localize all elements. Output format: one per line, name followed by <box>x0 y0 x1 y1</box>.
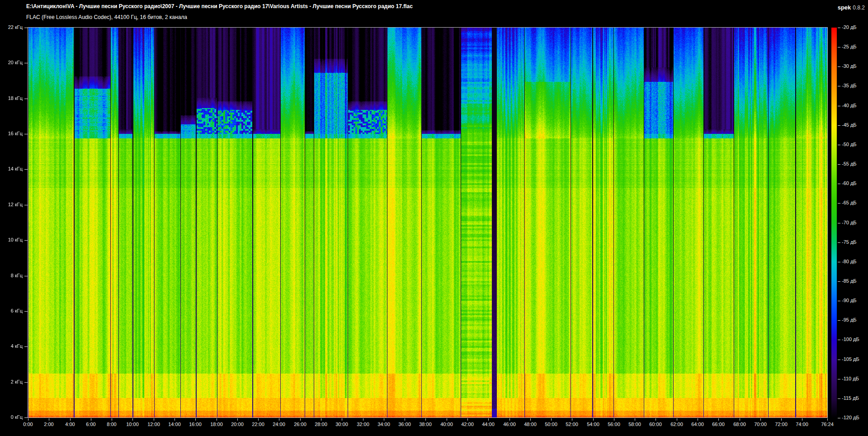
legend-tick-label: -20 дБ <box>842 24 857 30</box>
time-tick-mark <box>614 418 614 421</box>
legend-tick-mark <box>838 66 840 67</box>
freq-tick-label: 10 кГц <box>0 237 23 242</box>
time-tick-mark <box>593 418 594 421</box>
time-tick-mark <box>677 418 677 421</box>
legend-tick-mark <box>838 86 840 86</box>
time-tick-mark <box>802 418 802 421</box>
legend-tick-label: -105 дБ <box>842 356 859 362</box>
freq-tick-label: 12 кГц <box>0 202 23 207</box>
legend-tick-label: -120 дБ <box>842 415 859 420</box>
freq-tick-mark <box>24 276 28 276</box>
freq-tick-label: 20 кГц <box>0 60 23 65</box>
legend-tick-mark <box>838 164 840 165</box>
time-tick-mark <box>237 418 238 421</box>
legend-tick-label: -35 дБ <box>842 83 857 88</box>
legend-tick-mark <box>838 223 840 223</box>
time-tick-mark <box>572 418 572 421</box>
freq-tick-mark <box>24 134 28 134</box>
time-tick-mark <box>827 418 828 421</box>
time-tick-mark <box>718 418 719 421</box>
time-tick-mark <box>363 418 363 421</box>
spek-window: E:\Антициклон\VA - Лучшие песни Русского… <box>0 0 868 436</box>
time-tick-mark <box>300 418 301 421</box>
freq-tick-label: 16 кГц <box>0 131 23 136</box>
time-tick-mark <box>342 418 342 421</box>
legend-tick-mark <box>838 320 840 321</box>
time-tick-mark <box>384 418 384 421</box>
time-tick-mark <box>91 418 91 421</box>
freq-tick-label: 18 кГц <box>0 95 23 101</box>
legend-tick-mark <box>838 262 840 262</box>
legend-tick-label: -115 дБ <box>842 395 859 401</box>
time-tick-mark <box>154 418 154 421</box>
legend-tick-label: -110 дБ <box>842 376 859 381</box>
freq-tick-label: 6 кГц <box>0 308 23 313</box>
legend-tick-mark <box>838 145 840 145</box>
time-tick-mark <box>217 418 217 421</box>
freq-tick-mark <box>24 240 28 241</box>
legend-tick-label: -90 дБ <box>842 298 857 303</box>
legend-tick-mark <box>838 203 840 204</box>
legend-tick-label: -40 дБ <box>842 103 857 108</box>
freq-tick-label: 8 кГц <box>0 273 23 278</box>
app-name: spek <box>838 4 851 11</box>
freq-tick-label: 4 кГц <box>0 343 23 349</box>
time-tick-mark <box>132 418 133 421</box>
time-tick-mark <box>467 418 468 421</box>
file-path: E:\Антициклон\VA - Лучшие песни Русского… <box>26 3 413 9</box>
legend-tick-mark <box>838 418 840 418</box>
legend-tick-label: -70 дБ <box>842 220 857 225</box>
freq-tick-mark <box>24 205 28 205</box>
freq-tick-mark <box>24 346 28 347</box>
time-tick-mark <box>488 418 489 421</box>
freq-tick-mark <box>24 417 28 418</box>
time-tick-mark <box>49 418 49 421</box>
spectrogram-canvas <box>28 28 827 417</box>
time-tick-label: 76:24 <box>815 422 840 427</box>
legend-color-bar <box>831 28 837 418</box>
freq-tick-label: 22 кГц <box>0 24 23 30</box>
freq-tick-mark <box>24 311 28 312</box>
time-tick-mark <box>635 418 635 421</box>
time-tick-mark <box>530 418 531 421</box>
legend-tick-mark <box>838 281 840 282</box>
time-tick-mark <box>760 418 761 421</box>
legend-tick-mark <box>838 340 840 340</box>
legend-tick-label: -50 дБ <box>842 142 857 147</box>
time-tick-mark <box>447 418 447 421</box>
legend-tick-label: -30 дБ <box>842 63 857 69</box>
time-tick-mark <box>28 418 28 421</box>
freq-tick-mark <box>24 63 28 63</box>
time-tick-mark <box>175 418 175 421</box>
legend-tick-label: -95 дБ <box>842 317 857 322</box>
legend-tick-mark <box>838 106 840 106</box>
time-tick-mark <box>405 418 405 421</box>
time-tick-mark <box>551 418 552 421</box>
time-tick-mark <box>258 418 259 421</box>
legend-tick-mark <box>838 28 840 28</box>
legend-tick-label: -25 дБ <box>842 44 857 49</box>
time-tick-mark <box>425 418 426 421</box>
time-tick-mark <box>112 418 112 421</box>
time-tick-mark <box>509 418 510 421</box>
legend-tick-label: -85 дБ <box>842 278 857 284</box>
legend-tick-mark <box>838 125 840 126</box>
freq-tick-label: 14 кГц <box>0 166 23 171</box>
legend-tick-mark <box>838 360 840 360</box>
legend-tick-label: -55 дБ <box>842 161 857 166</box>
time-tick-mark <box>781 418 782 421</box>
legend-tick-mark <box>838 242 840 243</box>
legend-tick-mark <box>838 379 840 379</box>
app-brand: spek0.8.2 <box>838 3 865 11</box>
legend-tick-mark <box>838 47 840 47</box>
freq-tick-label: 2 кГц <box>0 379 23 384</box>
legend-tick-mark <box>838 301 840 301</box>
legend-tick-label: -65 дБ <box>842 200 857 205</box>
app-version: 0.8.2 <box>853 5 865 11</box>
freq-tick-label: 0 кГц <box>0 414 23 420</box>
legend-tick-mark <box>838 184 840 184</box>
legend-tick-label: -75 дБ <box>842 239 857 245</box>
time-tick-mark <box>70 418 71 421</box>
time-tick-label: 74:00 <box>789 422 815 427</box>
time-tick-mark <box>698 418 698 421</box>
